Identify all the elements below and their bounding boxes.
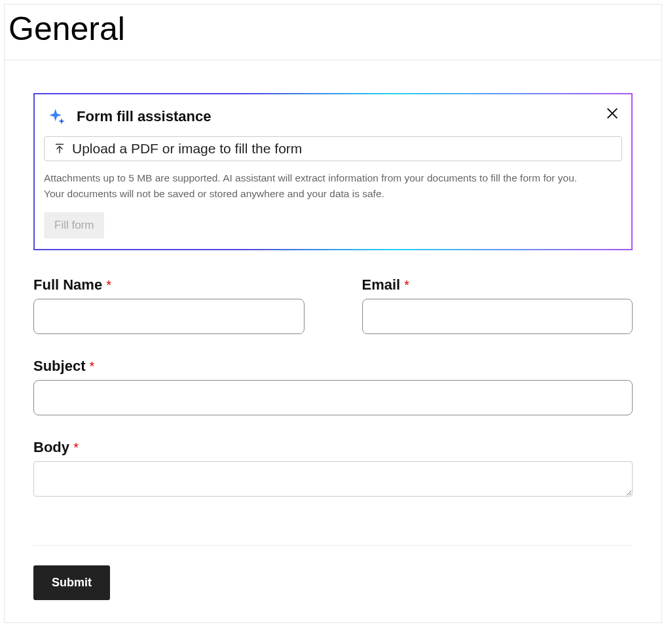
email-input[interactable] [362, 299, 633, 334]
subject-input[interactable] [33, 380, 633, 415]
sparkle-icon [48, 107, 66, 126]
full-name-label-text: Full Name [33, 276, 102, 293]
assistance-desc-line1: Attachments up to 5 MB are supported. AI… [44, 172, 577, 183]
required-marker: * [404, 278, 409, 292]
body-label-text: Body [33, 439, 69, 455]
fill-form-button[interactable]: Fill form [44, 212, 104, 238]
close-icon [605, 106, 620, 121]
form-grid: Full Name * Email * Subject * [33, 276, 633, 499]
assistance-desc-line2: Your documents will not be saved or stor… [44, 188, 384, 199]
page-container: General Form fill assistance [4, 4, 662, 623]
required-marker: * [73, 440, 79, 455]
full-name-label: Full Name * [33, 276, 305, 294]
subject-group: Subject * [33, 358, 633, 415]
upload-zone[interactable]: Upload a PDF or image to fill the form [44, 136, 622, 161]
body-textarea[interactable] [33, 461, 633, 497]
page-title: General [5, 5, 661, 60]
email-label: Email * [362, 276, 633, 294]
required-marker: * [90, 359, 95, 373]
email-group: Email * [362, 276, 633, 334]
assistance-description: Attachments up to 5 MB are supported. AI… [44, 170, 622, 202]
subject-label-text: Subject [33, 358, 85, 374]
subject-label: Subject * [33, 358, 633, 375]
footer: Submit [33, 545, 633, 616]
body-group: Body * [33, 439, 633, 499]
close-button[interactable] [605, 106, 620, 121]
submit-button[interactable]: Submit [33, 565, 110, 600]
form-fill-assistance-panel: Form fill assistance Upload a PD [33, 93, 633, 250]
assistance-header: Form fill assistance [44, 107, 622, 126]
upload-label: Upload a PDF or image to fill the form [72, 141, 302, 157]
required-marker: * [106, 278, 111, 292]
upload-icon [54, 143, 65, 155]
full-name-input[interactable] [33, 299, 305, 334]
email-label-text: Email [362, 276, 401, 293]
body-label: Body * [33, 439, 633, 456]
content-area: Form fill assistance Upload a PD [5, 60, 661, 622]
full-name-group: Full Name * [33, 276, 305, 334]
assistance-title: Form fill assistance [77, 108, 211, 125]
